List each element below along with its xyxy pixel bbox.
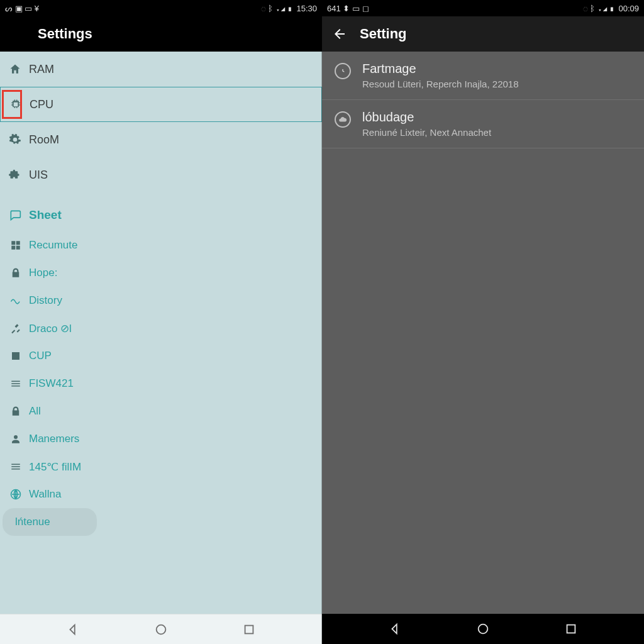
nav-back-button[interactable] (380, 614, 410, 644)
chat-icon (8, 208, 23, 223)
sub-item[interactable]: Recumute (0, 231, 322, 259)
cloud-icon (335, 111, 351, 128)
sub-item-label: All (29, 405, 41, 418)
primary-item-label: CPU (30, 98, 53, 111)
status-time: 00:09 (618, 4, 639, 13)
primary-item-cpu[interactable]: CPU (0, 87, 322, 122)
status-right-group: ◌ ᛒ ▾◢ ▮ 15:30 (261, 4, 317, 13)
sub-item[interactable]: Hope: (0, 259, 322, 287)
primary-item-label: RooM (29, 133, 59, 147)
lines-icon (9, 377, 23, 391)
sub-item[interactable]: Manemers (0, 425, 322, 453)
puzzle-icon (8, 167, 23, 182)
right-panel: 641 ⬍ ▭ ◻ ◌ ᛒ ▾◢ ▮ 00:09 Setting Fartmag… (322, 0, 644, 644)
sub-item-label: 145℃ filIM (29, 460, 81, 474)
right-navbar (322, 614, 644, 644)
setting-item-title: lóbudage (362, 110, 634, 125)
status-right-group: ◌ ᛒ ▾◢ ▮ 00:09 (583, 4, 639, 13)
left-panel: ᔕ ▣ ▭ ¥ ◌ ᛒ ▾◢ ▮ 15:30 Settings RAMCPURo… (0, 0, 322, 644)
lock-icon (9, 404, 23, 418)
section-label: Sheet (29, 208, 62, 222)
sub-item-label: Wallna (29, 488, 61, 501)
sub-item-label: Draco ⊘l (29, 322, 72, 335)
primary-item-uis[interactable]: UIS (0, 157, 322, 192)
primary-item-label: UIS (29, 169, 48, 182)
primary-item-label: RAM (29, 63, 54, 76)
globe-icon (9, 487, 23, 501)
nav-home-button[interactable] (468, 614, 498, 644)
status-time: 15:30 (296, 4, 317, 13)
sub-item[interactable]: FISW421 (0, 370, 322, 397)
sub-item[interactable]: Wallna (0, 480, 322, 508)
tools-icon (9, 321, 23, 335)
wave-icon (9, 294, 23, 308)
primary-item-room[interactable]: RooM (0, 122, 322, 157)
status-right-glyphs: ◌ ᛒ ▾◢ ▮ (583, 4, 615, 13)
chip-icon (8, 97, 23, 112)
down-box-icon (9, 349, 23, 363)
setting-item-subtitle: Resoud Lüteri, Reperch Inajla, 22018 (362, 79, 634, 89)
sub-item-label: Recumute (29, 239, 77, 252)
sub-item[interactable]: Distory (0, 287, 322, 314)
setting-item-subtitle: Reniuné Lixteir, Next Annachet (362, 127, 634, 138)
lock-icon (9, 266, 23, 280)
sub-item-label: lńtenue (15, 516, 50, 528)
right-status-bar: 641 ⬍ ▭ ◻ ◌ ᛒ ▾◢ ▮ 00:09 (322, 0, 644, 16)
grid-icon (9, 238, 23, 252)
sub-item-label: FISW421 (29, 377, 74, 390)
sub-item-label: Hope: (29, 267, 57, 279)
left-status-bar: ᔕ ▣ ▭ ¥ ◌ ᛒ ▾◢ ▮ 15:30 (0, 0, 322, 16)
clock-icon (335, 63, 351, 79)
setting-item[interactable]: lóbudageReniuné Lixteir, Next Annachet (322, 100, 644, 148)
nav-recent-button[interactable] (234, 614, 264, 645)
left-content: RAMCPURooMUIS Sheet RecumuteHope:Distory… (0, 52, 322, 614)
status-left-glyphs: ᔕ ▣ ▭ ¥ (5, 4, 39, 13)
sub-item-label: Distory (29, 294, 62, 307)
back-button[interactable] (330, 24, 350, 44)
home-icon (8, 62, 23, 77)
page-title: Settings (38, 26, 92, 42)
left-navbar (0, 614, 322, 644)
status-left-glyphs: 641 ⬍ ▭ ◻ (327, 4, 369, 13)
page-title: Setting (360, 26, 407, 42)
sub-item[interactable]: Draco ⊘l (0, 314, 322, 342)
setting-item-title: Fartmage (362, 62, 634, 76)
section-sheet[interactable]: Sheet (0, 199, 322, 231)
primary-item-ram[interactable]: RAM (0, 52, 322, 87)
nav-recent-button[interactable] (556, 614, 586, 644)
right-content: FartmageResoud Lüteri, Reperch Inajla, 2… (322, 52, 644, 614)
right-appbar: Setting (322, 16, 644, 52)
sub-item[interactable]: lńtenue (3, 508, 97, 536)
setting-item[interactable]: FartmageResoud Lüteri, Reperch Inajla, 2… (322, 52, 644, 100)
status-right-glyphs: ◌ ᛒ ▾◢ ▮ (261, 4, 293, 13)
nav-back-button[interactable] (58, 614, 88, 645)
sub-item-label: Manemers (29, 433, 79, 445)
lines-icon (9, 460, 23, 474)
sub-item[interactable]: CUP (0, 342, 322, 370)
left-appbar: Settings (0, 16, 322, 52)
sub-item[interactable]: 145℃ filIM (0, 453, 322, 480)
back-button[interactable] (8, 24, 28, 44)
nav-home-button[interactable] (146, 614, 176, 645)
sub-item[interactable]: All (0, 397, 322, 425)
person-icon (9, 432, 23, 446)
gear-icon (8, 132, 23, 147)
sub-item-label: CUP (29, 350, 52, 362)
